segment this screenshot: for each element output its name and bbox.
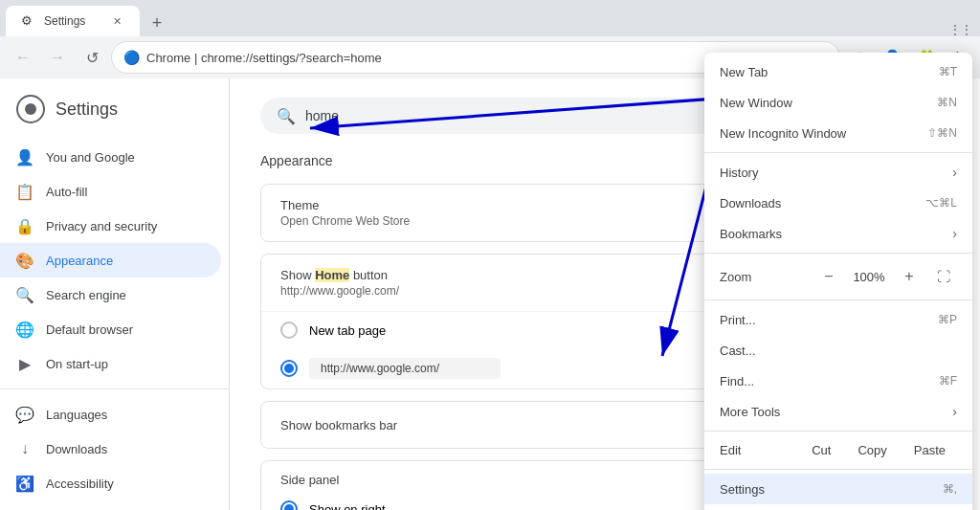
home-highlight: Home	[315, 268, 349, 282]
menu-item-new-window-label: New Window	[720, 96, 937, 110]
menu-item-bookmarks-label: Bookmarks	[720, 227, 952, 241]
menu-zoom-out-button[interactable]: −	[815, 263, 842, 290]
search-icon: 🔍	[277, 107, 296, 125]
person-icon: 👤	[15, 147, 34, 166]
menu-item-find-shortcut: ⌘F	[939, 374, 957, 388]
sidebar-item-languages[interactable]: 💬 Languages	[0, 397, 221, 432]
menu-item-find[interactable]: Find... ⌘F	[704, 366, 972, 396]
menu-cut-button[interactable]: Cut	[800, 439, 842, 461]
menu-item-history-label: History	[720, 166, 952, 180]
sidebar-header: Settings	[0, 86, 229, 140]
sidebar-label-languages: Languages	[46, 408, 107, 422]
sidebar-label-default-browser: Default browser	[46, 322, 133, 337]
default-browser-icon: 🌐	[15, 320, 34, 339]
menu-item-new-window-shortcut: ⌘N	[937, 96, 957, 109]
sidebar-label-privacy-security: Privacy and security	[46, 219, 157, 233]
menu-item-print-shortcut: ⌘P	[938, 313, 957, 326]
lock-icon: 🔒	[15, 216, 34, 235]
sidebar-item-system[interactable]: ⚙ System	[0, 500, 221, 510]
tab-bar: ⚙ Settings ✕ + ⋮⋮	[0, 0, 980, 36]
menu-divider-2	[704, 253, 972, 254]
sidebar-label-accessibility: Accessibility	[46, 477, 114, 491]
menu-copy-button[interactable]: Copy	[846, 439, 898, 461]
sidebar-divider	[0, 388, 229, 389]
sidebar-item-default-browser[interactable]: 🌐 Default browser	[0, 312, 221, 346]
tab-close-button[interactable]: ✕	[109, 13, 124, 29]
menu-item-incognito[interactable]: New Incognito Window ⇧⌘N	[704, 118, 972, 148]
menu-item-print-label: Print...	[720, 313, 938, 327]
sidebar-item-privacy-security[interactable]: 🔒 Privacy and security	[0, 209, 221, 243]
menu-item-new-tab[interactable]: New Tab ⌘T	[704, 56, 972, 87]
menu-item-more-tools-label: More Tools	[720, 405, 952, 419]
svg-point-1	[25, 103, 36, 115]
tab-bar-right: ⋮⋮	[949, 23, 980, 36]
menu-item-settings[interactable]: Settings ⌘,	[704, 474, 972, 504]
new-tab-label: New tab page	[309, 323, 386, 338]
settings-page-title: Settings	[56, 100, 118, 120]
menu-item-downloads-shortcut: ⌥⌘L	[925, 196, 957, 210]
secure-icon: 🔵	[123, 50, 139, 65]
google-url-radio[interactable]	[280, 360, 298, 377]
sidebar-item-downloads[interactable]: ↓ Downloads	[0, 432, 221, 466]
tab-title: Settings	[44, 14, 101, 28]
menu-item-new-tab-shortcut: ⌘T	[939, 65, 957, 78]
reload-button[interactable]: ↺	[77, 42, 107, 73]
menu-item-settings-label: Settings	[720, 482, 943, 497]
new-tab-radio[interactable]	[280, 322, 298, 339]
menu-zoom-fullscreen-button[interactable]: ⛶	[930, 263, 957, 290]
settings-tab[interactable]: ⚙ Settings ✕	[6, 6, 140, 36]
menu-item-downloads[interactable]: Downloads ⌥⌘L	[704, 188, 972, 218]
menu-item-help[interactable]: Help ›	[704, 504, 972, 510]
sidebar-item-you-and-google[interactable]: 👤 You and Google	[0, 140, 221, 174]
menu-item-more-tools[interactable]: More Tools ›	[704, 396, 972, 427]
context-menu: New Tab ⌘T New Window ⌘N New Incognito W…	[704, 53, 972, 510]
tab-favicon: ⚙	[21, 13, 36, 29]
sidebar-item-on-startup[interactable]: ▶ On start-up	[0, 346, 221, 381]
menu-item-history[interactable]: History ›	[704, 157, 972, 188]
google-url-input[interactable]: http://www.google.com/	[309, 358, 501, 379]
bookmarks-submenu-arrow: ›	[952, 226, 957, 241]
menu-zoom-row: Zoom − 100% + ⛶	[704, 257, 972, 296]
menu-zoom-in-button[interactable]: +	[896, 263, 923, 290]
menu-edit-label: Edit	[720, 443, 796, 457]
menu-divider-3	[704, 299, 972, 300]
menu-item-bookmarks[interactable]: Bookmarks ›	[704, 218, 972, 249]
appearance-icon: 🎨	[15, 251, 34, 270]
menu-item-incognito-shortcut: ⇧⌘N	[927, 126, 957, 140]
search-engine-icon: 🔍	[15, 285, 34, 304]
menu-zoom-value: 100%	[850, 270, 888, 284]
menu-item-new-window[interactable]: New Window ⌘N	[704, 87, 972, 118]
sidebar-label-on-startup: On start-up	[46, 357, 108, 371]
menu-zoom-label: Zoom	[720, 270, 808, 284]
autofill-icon: 📋	[15, 182, 34, 201]
new-tab-button[interactable]: +	[144, 10, 170, 36]
more-tools-submenu-arrow: ›	[952, 404, 957, 419]
sidebar-label-you-and-google: You and Google	[46, 150, 135, 165]
sidebar-item-search-engine[interactable]: 🔍 Search engine	[0, 277, 221, 312]
sidebar-item-appearance[interactable]: 🎨 Appearance	[0, 243, 221, 277]
settings-logo-icon	[15, 94, 46, 124]
accessibility-icon: ♿	[15, 474, 34, 493]
menu-divider-1	[704, 152, 972, 153]
show-on-right-radio[interactable]	[280, 500, 298, 510]
sidebar-label-autofill: Auto-fill	[46, 185, 87, 199]
menu-item-find-label: Find...	[720, 374, 939, 388]
menu-paste-button[interactable]: Paste	[902, 439, 957, 461]
menu-item-new-tab-label: New Tab	[720, 65, 939, 79]
back-button[interactable]: ←	[8, 42, 38, 73]
history-submenu-arrow: ›	[952, 165, 957, 180]
sidebar-label-search-engine: Search engine	[46, 288, 126, 302]
forward-button[interactable]: →	[42, 42, 73, 73]
sidebar-label-appearance: Appearance	[46, 254, 113, 268]
radio-inner	[284, 364, 294, 373]
radio-inner-right	[284, 504, 294, 510]
show-on-right-label: Show on right	[309, 502, 386, 511]
menu-item-print[interactable]: Print... ⌘P	[704, 304, 972, 335]
menu-item-settings-shortcut: ⌘,	[943, 482, 957, 496]
sidebar-item-autofill[interactable]: 📋 Auto-fill	[0, 174, 221, 209]
sidebar-item-accessibility[interactable]: ♿ Accessibility	[0, 466, 221, 500]
languages-icon: 💬	[15, 405, 34, 424]
sidebar: Settings 👤 You and Google 📋 Auto-fill 🔒 …	[0, 78, 230, 510]
menu-divider-5	[704, 469, 972, 470]
menu-item-cast[interactable]: Cast...	[704, 335, 972, 366]
